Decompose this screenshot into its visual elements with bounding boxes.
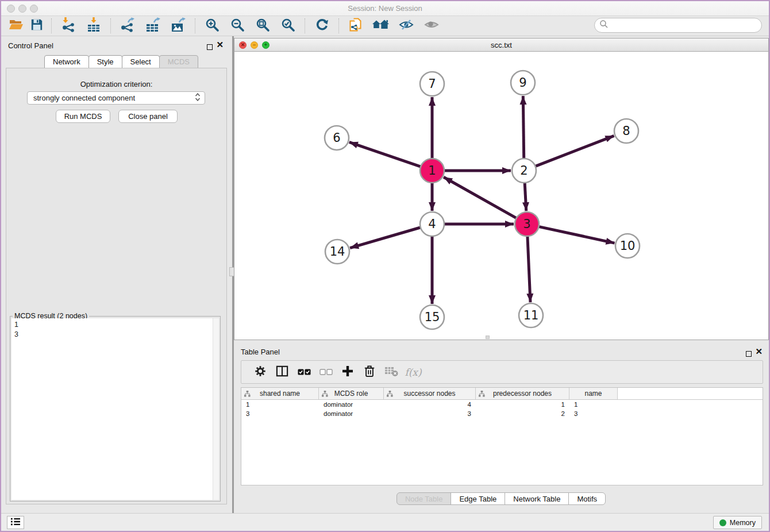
zoom-in-button[interactable] xyxy=(199,17,225,34)
column-header-name[interactable]: name xyxy=(569,388,618,399)
criterion-value: strongly connected component xyxy=(33,94,194,102)
graph-node-6[interactable]: 6 xyxy=(325,126,349,150)
task-history-button[interactable] xyxy=(7,516,24,529)
graph-node-10[interactable]: 10 xyxy=(615,234,640,258)
column-header-shared-name[interactable]: shared name xyxy=(241,388,319,399)
view-resize-handle[interactable] xyxy=(486,336,490,339)
table-row[interactable]: 1dominator411 xyxy=(241,400,763,409)
column-label: name xyxy=(584,390,602,398)
zoom-selected-icon xyxy=(281,18,295,34)
tab-select[interactable]: Select xyxy=(122,55,160,68)
table-panel-title: Table Panel xyxy=(241,348,280,356)
unchecked-boxes-icon xyxy=(319,367,333,377)
graph-node-11[interactable]: 11 xyxy=(519,303,543,327)
checked-boxes-icon xyxy=(298,367,311,377)
close-table-panel-icon[interactable]: ✕ xyxy=(755,349,763,354)
function-builder-button[interactable]: f(x) xyxy=(402,363,424,382)
select-all-columns-button[interactable] xyxy=(293,363,315,382)
search-input[interactable] xyxy=(609,21,761,30)
tab-style[interactable]: Style xyxy=(88,55,122,68)
toggle-panes-button[interactable] xyxy=(271,363,293,382)
svg-text:2: 2 xyxy=(520,164,528,178)
network-canvas[interactable]: 7968124314101511 xyxy=(234,52,768,340)
status-bar: Memory xyxy=(1,513,769,531)
column-header-MCDS-role[interactable]: MCDS role xyxy=(319,388,384,399)
save-floppy-icon xyxy=(30,18,43,33)
close-panel-icon[interactable]: ✕ xyxy=(216,42,224,48)
graph-edge-3-1[interactable] xyxy=(444,177,518,219)
toolbar-separator xyxy=(338,18,339,33)
graph-edge-1-6[interactable] xyxy=(349,142,423,167)
control-panel-tabs: Network Style Select MCDS xyxy=(45,55,198,68)
delete-table-icon xyxy=(384,365,398,379)
memory-button[interactable]: Memory xyxy=(713,516,762,529)
graph-edge-3-11[interactable] xyxy=(528,234,530,302)
open-file-button[interactable] xyxy=(6,17,26,34)
table-row[interactable]: 3dominator323 xyxy=(241,409,763,418)
create-column-button[interactable] xyxy=(337,363,359,382)
export-image-button[interactable] xyxy=(165,17,191,34)
network-window-titlebar: ✕ − + scc.txt xyxy=(234,38,768,52)
duplicate-network-button[interactable] xyxy=(343,17,368,34)
tab-network[interactable]: Network xyxy=(44,55,89,68)
zoom-fit-button[interactable] xyxy=(250,17,275,34)
table-settings-button[interactable] xyxy=(249,363,271,382)
svg-text:15: 15 xyxy=(425,310,440,324)
zoom-out-icon xyxy=(230,18,245,34)
first-neighbors-button[interactable] xyxy=(368,17,394,34)
graph-node-15[interactable]: 15 xyxy=(420,305,444,329)
graph-edge-2-9[interactable] xyxy=(523,96,523,161)
import-network-button[interactable] xyxy=(56,17,81,34)
graph-edge-2-8[interactable] xyxy=(533,136,614,167)
search-box[interactable] xyxy=(594,18,762,33)
column-hierarchy-icon xyxy=(244,391,251,399)
tab-network-table[interactable]: Network Table xyxy=(505,492,569,505)
deselect-all-columns-button[interactable] xyxy=(315,363,337,382)
import-table-button[interactable] xyxy=(81,17,106,34)
criterion-dropdown[interactable]: strongly connected component xyxy=(27,91,205,105)
hide-selected-button[interactable] xyxy=(394,17,419,34)
zoom-out-button[interactable] xyxy=(225,17,250,34)
run-mcds-button[interactable]: Run MCDS xyxy=(56,110,110,123)
graph-node-2[interactable]: 2 xyxy=(512,159,536,183)
svg-text:9: 9 xyxy=(519,76,526,90)
float-table-panel-icon[interactable] xyxy=(746,349,752,359)
tab-motifs[interactable]: Motifs xyxy=(568,492,606,505)
close-panel-button[interactable]: Close panel xyxy=(118,110,178,123)
graph-edge-2-3[interactable] xyxy=(525,180,526,211)
graph-edge-4-14[interactable] xyxy=(350,227,423,248)
table-rows: 1dominator4113dominator323 xyxy=(241,400,763,418)
column-header-successor-nodes[interactable]: successor nodes xyxy=(384,388,476,399)
graph-node-14[interactable]: 14 xyxy=(325,240,349,264)
tab-edge-table[interactable]: Edge Table xyxy=(451,492,505,505)
show-all-button[interactable] xyxy=(419,17,444,34)
table-cell: 4 xyxy=(384,401,476,408)
toolbar-separator xyxy=(110,18,111,33)
node-table: shared nameMCDS rolesuccessor nodesprede… xyxy=(241,387,763,485)
column-header-predecessor-nodes[interactable]: predecessor nodes xyxy=(476,388,569,399)
graph-node-9[interactable]: 9 xyxy=(511,71,535,95)
table-cell: 1 xyxy=(476,401,569,408)
control-panel: Control Panel ✕ Network Style Select MCD… xyxy=(1,36,232,513)
graph-node-1[interactable]: 1 xyxy=(420,159,444,183)
svg-text:1: 1 xyxy=(428,164,436,178)
export-table-button[interactable] xyxy=(140,17,165,34)
tab-node-table[interactable]: Node Table xyxy=(396,492,452,505)
delete-column-button[interactable] xyxy=(359,363,380,382)
tab-mcds[interactable]: MCDS xyxy=(159,55,198,68)
mcds-result-text[interactable]: 1 3 xyxy=(11,318,219,500)
graph-node-8[interactable]: 8 xyxy=(614,119,638,143)
graph-edge-3-10[interactable] xyxy=(537,226,615,244)
graph-node-4[interactable]: 4 xyxy=(420,212,444,236)
float-panel-icon[interactable] xyxy=(207,42,213,52)
apply-layout-button[interactable] xyxy=(309,17,334,34)
result-scrollbar[interactable] xyxy=(213,318,219,500)
graph-node-3[interactable]: 3 xyxy=(515,212,539,236)
open-folder-icon xyxy=(9,18,23,33)
zoom-selected-button[interactable] xyxy=(275,17,301,34)
save-session-button[interactable] xyxy=(26,17,47,34)
graph-node-7[interactable]: 7 xyxy=(420,72,444,96)
delete-table-button[interactable] xyxy=(380,363,402,382)
export-network-button[interactable] xyxy=(115,17,140,34)
export-image-icon xyxy=(171,17,186,34)
